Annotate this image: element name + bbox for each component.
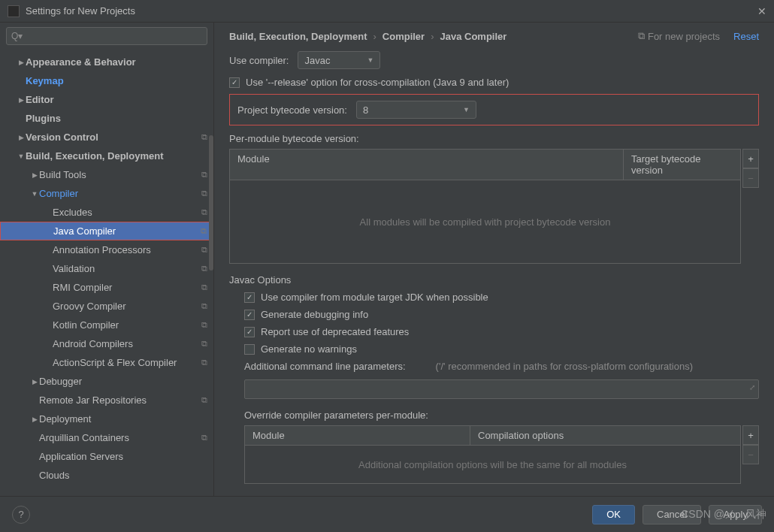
copy-icon: ⧉ [201,433,207,443]
tree-item-java-compiler[interactable]: Java Compiler⧉ [0,222,213,240]
tree-item-label: Build Tools [39,169,201,180]
chevron-down-icon: ▼ [367,56,374,64]
tree-item-clouds[interactable]: Clouds [0,466,213,485]
sidebar: Q▾ ▶Appearance & BehaviorKeymap▶EditorPl… [0,23,214,496]
tree-item-label: Clouds [39,470,207,481]
breadcrumb-part: Java Compiler [440,31,507,42]
search-input[interactable]: Q▾ [6,27,207,45]
tree-item-label: Java Compiler [53,225,201,237]
tree-item-label: Build, Execution, Deployment [26,150,207,162]
tree-item-actionscript-flex-compiler[interactable]: ActionScript & Flex Compiler⧉ [0,353,213,372]
override-label: Override compiler parameters per-module: [244,410,759,421]
tree-item-remote-jar-repositories[interactable]: Remote Jar Repositories⧉ [0,391,213,410]
tree-item-label: Plugins [26,113,207,124]
table-empty-message: All modules will be compiled with projec… [230,180,740,263]
remove-row-button[interactable]: − [742,445,759,464]
tree-item-rmi-compiler[interactable]: RMI Compiler⧉ [0,278,213,297]
breadcrumb-part: Compiler [382,31,425,42]
tree-item-compiler[interactable]: ▼Compiler⧉ [0,184,213,203]
titlebar: Settings for New Projects ✕ [0,0,774,23]
tree-item-label: Application Servers [39,451,207,462]
tree-item-label: Appearance & Behavior [26,56,207,68]
release-option-checkbox[interactable] [229,77,240,88]
tree-item-appearance-behavior[interactable]: ▶Appearance & Behavior [0,53,213,71]
chevron-right-icon: › [373,31,376,42]
tree-item-label: Remote Jar Repositories [39,394,201,406]
tree-item-keymap[interactable]: Keymap [0,71,213,90]
window-title: Settings for New Projects [26,5,757,17]
tree-item-groovy-compiler[interactable]: Groovy Compiler⧉ [0,297,213,316]
for-new-projects-label: ⧉ For new projects [638,30,720,42]
additional-params-input[interactable]: ⤢ [244,379,759,399]
tree-item-label: Compiler [39,188,201,199]
tree-item-android-compilers[interactable]: Android Compilers⧉ [0,334,213,353]
release-option-label: Use '--release' option for cross-compila… [246,77,509,88]
breadcrumb-part: Build, Execution, Deployment [229,31,367,42]
ok-button[interactable]: OK [592,505,635,524]
remove-row-button[interactable]: − [742,168,759,188]
tree-item-build-execution-deployment[interactable]: ▼Build, Execution, Deployment [0,147,213,165]
chevron-right-icon: ▶ [17,96,26,104]
tree-item-label: Keymap [26,75,207,86]
cancel-button[interactable]: Cancel [642,505,701,524]
tree-item-label: ActionScript & Flex Compiler [53,357,201,368]
chevron-down-icon: ▼ [17,153,26,160]
expand-icon[interactable]: ⤢ [749,383,755,391]
tree-item-arquillian-containers[interactable]: Arquillian Containers⧉ [0,428,213,447]
tree-item-excludes[interactable]: Excludes⧉ [0,203,213,222]
opt-no-warnings-checkbox[interactable] [244,344,255,355]
apply-button[interactable]: Apply [709,505,762,524]
add-row-button[interactable]: + [742,149,759,168]
tree-item-label: Groovy Compiler [53,301,201,312]
opt-use-module-jdk-checkbox[interactable] [244,292,255,303]
table-col-target: Target bytecode version [624,150,740,180]
chevron-right-icon: › [431,31,434,42]
tree-item-kotlin-compiler[interactable]: Kotlin Compiler⧉ [0,316,213,334]
use-compiler-dropdown[interactable]: Javac ▼ [298,51,380,69]
tree-item-label: Android Compilers [53,338,201,349]
tree-item-debugger[interactable]: ▶Debugger [0,372,213,391]
tree-item-plugins[interactable]: Plugins [0,109,213,128]
tree-item-version-control[interactable]: ▶Version Control⧉ [0,128,213,147]
use-compiler-label: Use compiler: [229,55,289,66]
opt-debug-info-checkbox[interactable] [244,310,255,320]
opt-deprecated-checkbox[interactable] [244,327,255,337]
copy-icon: ⧉ [201,358,207,367]
tree-item-validation[interactable]: Validation⧉ [0,259,213,278]
tree-item-application-servers[interactable]: Application Servers [0,447,213,466]
copy-icon: ⧉ [201,283,207,292]
copy-icon: ⧉ [201,207,207,217]
help-button[interactable]: ? [12,506,30,524]
table-col-module: Module [245,426,470,445]
reset-link[interactable]: Reset [733,31,759,42]
tree-item-annotation-processors[interactable]: Annotation Processors⧉ [0,240,213,259]
javac-options-title: Javac Options [229,274,759,286]
tree-item-label: RMI Compiler [53,282,201,293]
search-icon: Q▾ [11,31,23,41]
copy-icon: ⧉ [638,30,645,42]
chevron-right-icon: ▶ [30,171,39,179]
copy-icon: ⧉ [201,264,207,274]
table-col-module: Module [230,150,624,180]
tree-item-label: Validation [53,263,201,274]
tree-item-label: Arquillian Containers [39,432,201,443]
project-bytecode-dropdown[interactable]: 8 ▼ [356,101,476,119]
tree-item-label: Editor [26,94,207,105]
copy-icon: ⧉ [201,339,207,349]
tree-item-label: Version Control [26,131,201,143]
scrollbar[interactable] [209,135,213,271]
chevron-down-icon: ▼ [30,190,39,198]
tree-item-build-tools[interactable]: ▶Build Tools⧉ [0,165,213,184]
additional-params-hint: ('/' recommended in paths for cross-plat… [436,361,693,372]
close-icon[interactable]: ✕ [757,5,766,17]
tree-item-label: Annotation Processors [53,244,201,255]
copy-icon: ⧉ [201,245,207,255]
tree-item-label: Excludes [53,207,201,218]
copy-icon: ⧉ [201,132,207,142]
chevron-right-icon: ▶ [17,134,26,141]
copy-icon: ⧉ [201,189,207,198]
tree-item-deployment[interactable]: ▶Deployment [0,410,213,428]
tree-item-editor[interactable]: ▶Editor [0,90,213,109]
copy-icon: ⧉ [201,226,207,236]
add-row-button[interactable]: + [742,425,759,445]
